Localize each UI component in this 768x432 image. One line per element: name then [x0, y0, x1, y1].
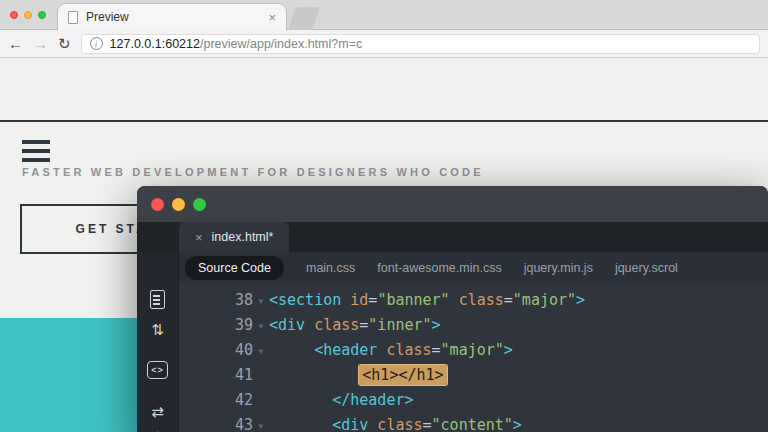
browser-tabbar: Preview ×: [0, 0, 768, 30]
address-bar: ← → ↻ i 127.0.0.1:60212/preview/app/inde…: [0, 30, 768, 58]
fold-arrow-icon[interactable]: ▼: [253, 287, 269, 314]
file-icon[interactable]: [150, 290, 165, 309]
editor-minimize-button[interactable]: [172, 198, 185, 211]
code-text: <header class="major">: [269, 338, 513, 363]
line-number: 38: [179, 288, 253, 313]
site-info-icon[interactable]: i: [90, 37, 103, 50]
close-window-button[interactable]: [10, 11, 18, 19]
url-host: 127.0.0.1:60212: [110, 37, 200, 51]
line-number: 39: [179, 313, 253, 338]
code-text: <h1></h1>: [269, 363, 447, 388]
minimize-window-button[interactable]: [24, 11, 32, 19]
fold-spacer: [253, 400, 269, 402]
editor-close-button[interactable]: [151, 198, 164, 211]
code-text: <div class="content">: [269, 413, 522, 432]
file-tab-main-css[interactable]: main.css: [306, 261, 355, 275]
code-line-38[interactable]: 38▼<section id="banner" class="major">: [179, 288, 768, 313]
code-line-41[interactable]: 41<h1></h1>: [179, 363, 768, 388]
browser-window-controls: [10, 11, 46, 19]
new-tab-button[interactable]: [288, 7, 319, 30]
back-button[interactable]: ←: [8, 36, 23, 51]
code-line-39[interactable]: 39▼<div class="inner">: [179, 313, 768, 338]
editor-zoom-button[interactable]: [193, 198, 206, 211]
hero-heading: FASTER WEB DEVELOPMENT FOR DESIGNERS WHO…: [22, 166, 484, 178]
code-line-42[interactable]: 42</header>: [179, 388, 768, 413]
url-path: /preview/app/index.html?m=c: [200, 37, 362, 51]
code-lines[interactable]: 38▼<section id="banner" class="major">39…: [179, 284, 768, 432]
editor-file-tabs: Source Codemain.cssfont-awesome.min.cssj…: [179, 252, 768, 284]
forward-button[interactable]: →: [33, 36, 48, 51]
screen: Preview × ← → ↻ i 127.0.0.1:60212/previe…: [0, 0, 768, 432]
hamburger-bar: [22, 140, 50, 144]
editor-tab-index-html[interactable]: × index.html*: [179, 222, 289, 252]
sort-updown-icon[interactable]: ⇅: [151, 321, 164, 339]
swap-arrows-icon[interactable]: ⇄: [151, 403, 164, 421]
code-text: <section id="banner" class="major">: [269, 288, 585, 313]
file-tab-font-awesome-min-css[interactable]: font-awesome.min.css: [377, 261, 501, 275]
tab-title: Preview: [86, 10, 260, 24]
editor-icon-rail: ⇅ <> ⇄ ✳: [137, 252, 179, 432]
tab-close-icon[interactable]: ×: [268, 11, 276, 24]
editor-body: ⇅ <> ⇄ ✳ Source Codemain.cssfont-awesome…: [137, 252, 768, 432]
editor-titlebar[interactable]: [137, 186, 768, 222]
fold-arrow-icon[interactable]: ▼: [253, 412, 269, 432]
editor-window-controls: [151, 198, 206, 211]
browser-tab-preview[interactable]: Preview ×: [58, 4, 286, 30]
hamburger-menu-button[interactable]: [22, 140, 50, 162]
line-number: 42: [179, 388, 253, 413]
code-icon[interactable]: <>: [147, 361, 168, 379]
line-number: 43: [179, 413, 253, 432]
reload-button[interactable]: ↻: [58, 36, 71, 51]
header-divider: [0, 120, 768, 122]
editor-tab-title: index.html*: [212, 230, 274, 244]
editor-main: Source Codemain.cssfont-awesome.min.cssj…: [179, 252, 768, 432]
zoom-window-button[interactable]: [38, 11, 46, 19]
editor-window: × index.html* ⇅ <> ⇄ ✳ Source Codemain.c…: [137, 186, 768, 432]
file-tab-jquery-scrol[interactable]: jquery.scrol: [615, 261, 678, 275]
tab-favicon-icon: [68, 11, 78, 24]
fold-spacer: [253, 375, 269, 377]
editor-tab-close-icon[interactable]: ×: [195, 230, 203, 245]
file-tab-source-code[interactable]: Source Code: [185, 256, 284, 280]
code-line-40[interactable]: 40▼<header class="major">: [179, 338, 768, 363]
hamburger-bar: [22, 158, 50, 162]
editor-tabstrip: × index.html*: [137, 222, 768, 252]
fold-arrow-icon[interactable]: ▼: [253, 337, 269, 364]
code-line-43[interactable]: 43▼<div class="content">: [179, 413, 768, 432]
fold-arrow-icon[interactable]: ▼: [253, 312, 269, 339]
line-number: 40: [179, 338, 253, 363]
url-field[interactable]: i 127.0.0.1:60212/preview/app/index.html…: [81, 34, 760, 54]
code-text: </header>: [269, 388, 413, 413]
line-number: 41: [179, 363, 253, 388]
code-text: <div class="inner">: [269, 313, 441, 338]
file-tab-jquery-min-js[interactable]: jquery.min.js: [524, 261, 593, 275]
hamburger-bar: [22, 149, 50, 153]
